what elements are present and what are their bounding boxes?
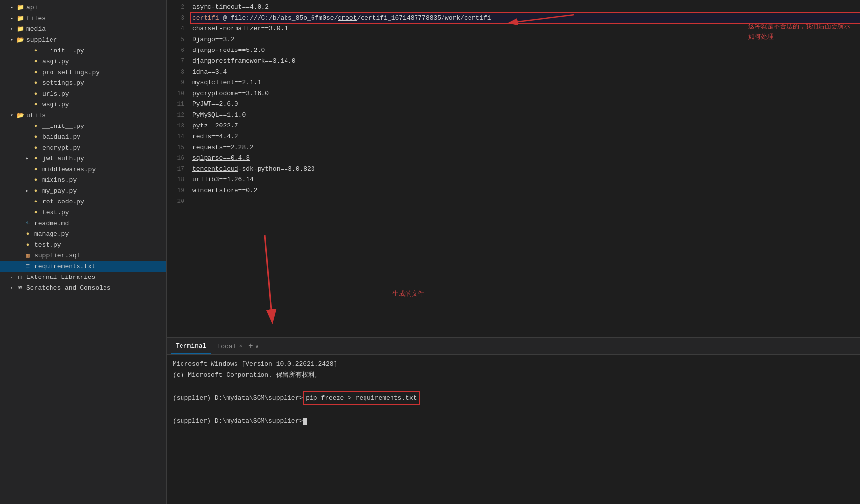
bottom-annotation: 生成的文件 [392, 289, 424, 298]
sidebar-item-label: urls.py [42, 90, 69, 98]
code-line: django-redis==5.2.0 [190, 45, 860, 56]
sidebar-item-utils-init[interactable]: __init__.py [0, 121, 166, 131]
sidebar-item-encrypt[interactable]: encrypt.py [0, 142, 166, 153]
sidebar-item-jwt-auth[interactable]: jwt_auth.py [0, 153, 166, 164]
py-icon [31, 69, 40, 75]
sidebar-item-urls[interactable]: urls.py [0, 88, 166, 99]
editor-content: 2 3 4 5 6 7 8 9 10 11 12 13 14 15 16 17 [167, 0, 860, 337]
terminal-line-corp: (c) Microsoft Corporation. 保留所有权利。 [173, 370, 854, 380]
sidebar-item-ret-code[interactable]: ret_code.py [0, 196, 166, 207]
sidebar-item-label: test.py [42, 209, 69, 216]
py-icon [31, 209, 40, 215]
arrow-icon [8, 15, 16, 21]
scratch-icon [16, 284, 25, 292]
terminal-blank [173, 380, 854, 391]
arrow-icon [8, 26, 16, 32]
sidebar-item-label: ret_code.py [42, 198, 84, 205]
sidebar-item-pro-settings[interactable]: pro_settings.py [0, 67, 166, 77]
sidebar-item-my-pay[interactable]: my_pay.py [0, 185, 166, 196]
sidebar-item-mixins[interactable]: mixins.py [0, 175, 166, 185]
sidebar-item-label: settings.py [42, 79, 84, 87]
arrow-icon [24, 188, 31, 194]
sidebar-item-files[interactable]: files [0, 13, 166, 24]
sidebar-item-label: __init__.py [42, 123, 84, 130]
sidebar-item-supplier[interactable]: supplier [0, 34, 166, 45]
sidebar-item-wsgi[interactable]: wsgi.py [0, 99, 166, 110]
py-icon [31, 134, 40, 140]
tab-chevron-icon[interactable]: ∨ [255, 343, 259, 350]
cursor [303, 418, 307, 425]
terminal-tab-local[interactable]: Local × [213, 338, 246, 354]
sidebar-item-manage[interactable]: manage.py [0, 228, 166, 239]
py-icon [31, 155, 40, 161]
py-icon [31, 145, 40, 151]
terminal-prompt: (supplier) D:\mydata\SCM\supplier> [173, 393, 303, 403]
sidebar-item-label: supplier [26, 36, 57, 44]
code-line: tencentcloud-sdk-python==3.0.823 [190, 164, 860, 175]
sidebar-item-media[interactable]: media [0, 24, 166, 34]
main-container: api files media supplier __init__.py [0, 0, 860, 504]
sidebar-item-supplier-sql[interactable]: supplier.sql [0, 250, 166, 261]
sidebar-item-asgi[interactable]: asgi.py [0, 56, 166, 67]
code-line: wincertstore==0.2 [190, 185, 860, 196]
sidebar-item-label: manage.py [34, 230, 69, 238]
sidebar-item-label: supplier.sql [34, 252, 80, 259]
sidebar-item-label: baiduai.py [42, 133, 80, 141]
editor-area: 2 3 4 5 6 7 8 9 10 11 12 13 14 15 16 17 [167, 0, 860, 337]
txt-icon [24, 262, 32, 270]
code-line: PyJWT==2.6.0 [190, 99, 860, 110]
code-line: redis==4.4.2 [190, 131, 860, 142]
sidebar-item-settings[interactable]: settings.py [0, 77, 166, 88]
sidebar-item-label: readme.md [34, 220, 69, 227]
code-line: mysqlclient==2.1.1 [190, 77, 860, 88]
sidebar-item-label: api [26, 4, 38, 11]
py-icon [31, 58, 40, 64]
tab-close-icon[interactable]: × [239, 343, 242, 349]
terminal-tab-active[interactable]: Terminal [171, 338, 211, 354]
sidebar-item-label: files [26, 15, 46, 22]
sidebar-item-utils[interactable]: utils [0, 110, 166, 121]
right-annotation: 这种就是不合法的，我们后面会演示如何处理 [748, 22, 850, 42]
sidebar-item-baiduai[interactable]: baiduai.py [0, 131, 166, 142]
arrow-icon [8, 285, 16, 291]
py-icon [24, 231, 32, 237]
code-lines: async-timeout==4.0.2 certifi @ file:///C… [190, 2, 860, 335]
sidebar-item-scratches[interactable]: Scratches and Consoles [0, 282, 166, 293]
code-line: async-timeout==4.0.2 [190, 2, 860, 13]
folder-open-icon [16, 112, 25, 119]
code-line: pycryptodome==3.16.0 [190, 88, 860, 99]
sidebar-item-label: my_pay.py [42, 187, 77, 195]
tab-add-icon[interactable]: + [248, 342, 253, 351]
terminal-tab-label: Terminal [176, 342, 206, 350]
folder-icon [16, 4, 25, 11]
ext-icon [16, 273, 25, 281]
sidebar-item-label: middlewares.py [42, 166, 96, 173]
sidebar-item-middlewares[interactable]: middlewares.py [0, 164, 166, 175]
py-icon [31, 177, 40, 183]
terminal-tabs: Terminal Local × + ∨ [167, 338, 860, 355]
code-line: idna==3.4 [190, 67, 860, 77]
folder-icon [16, 25, 25, 33]
py-icon [31, 188, 40, 194]
sidebar-item-test[interactable]: test.py [0, 239, 166, 250]
sidebar-item-api[interactable]: api [0, 2, 166, 13]
sidebar-item-label: asgi.py [42, 58, 69, 65]
sidebar-item-label: wsgi.py [42, 101, 69, 108]
terminal-tab-label: Local [217, 343, 236, 350]
terminal-prompt-line: (supplier) D:\mydata\SCM\supplier> [173, 416, 854, 427]
sidebar-item-test-utils[interactable]: test.py [0, 207, 166, 218]
py-icon [31, 48, 40, 53]
sidebar-item-label: mixins.py [42, 176, 77, 184]
sidebar-item-external-libs[interactable]: External Libraries [0, 272, 166, 282]
sidebar-item-init-py[interactable]: __init__.py [0, 45, 166, 56]
py-icon [31, 166, 40, 172]
code-line: urllib3==1.26.14 [190, 175, 860, 185]
sidebar-item-label: test.py [34, 241, 61, 249]
py-icon [31, 123, 40, 129]
arrow-icon [24, 155, 31, 161]
py-icon [31, 199, 40, 204]
py-icon [31, 80, 40, 86]
sidebar-item-readme[interactable]: readme.md [0, 218, 166, 228]
code-line: sqlparse==0.4.3 [190, 153, 860, 164]
sidebar-item-requirements[interactable]: requirements.txt [0, 261, 166, 272]
